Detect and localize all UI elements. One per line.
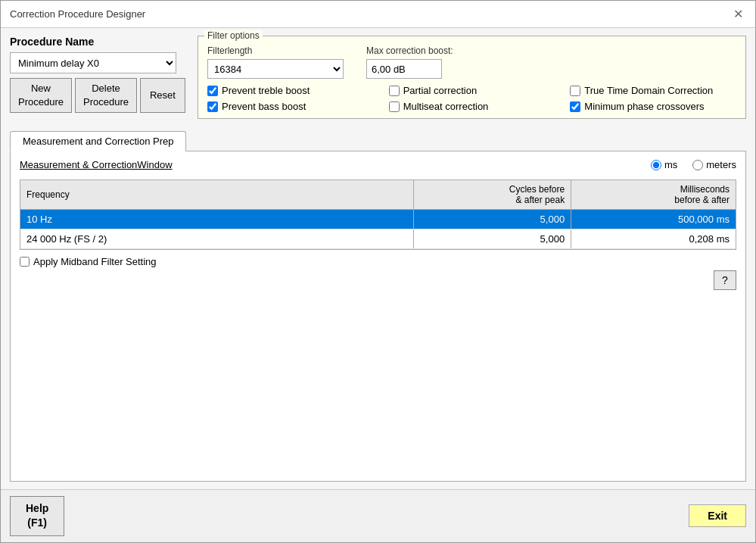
prevent-bass-checkbox[interactable] bbox=[207, 101, 218, 112]
max-correction-label: Max correction boost: bbox=[366, 45, 453, 56]
radio-meters[interactable] bbox=[692, 160, 703, 170]
tab-bar: Measurement and Correction Prep bbox=[10, 131, 746, 151]
th-milliseconds: Millisecondsbefore & after bbox=[571, 180, 736, 210]
table-container: Frequency Cycles before& after peak Mill… bbox=[20, 179, 736, 250]
apply-midband-checkbox[interactable] bbox=[20, 257, 30, 267]
partial-correction-checkbox-item[interactable]: Partial correction bbox=[389, 85, 555, 96]
cell-ms-0: 500,000 ms bbox=[571, 210, 736, 229]
procedure-name-section: Procedure Name Minimum delay X0 New Proc… bbox=[10, 36, 185, 119]
partial-correction-label: Partial correction bbox=[403, 85, 478, 96]
tab-content: Measurement & CorrectionWindow ms meters bbox=[10, 151, 746, 482]
footer: Help (F1) Exit bbox=[1, 489, 755, 542]
min-phase-checkbox-item[interactable]: Minimum phase crossovers bbox=[570, 101, 736, 112]
table-header-row: Frequency Cycles before& after peak Mill… bbox=[20, 180, 736, 210]
reset-button[interactable]: Reset bbox=[140, 78, 185, 113]
close-button[interactable]: ✕ bbox=[730, 7, 746, 21]
correction-window-link[interactable]: Measurement & CorrectionWindow bbox=[20, 159, 173, 170]
data-table: Frequency Cycles before& after peak Mill… bbox=[20, 180, 736, 249]
multiseat-checkbox[interactable] bbox=[389, 101, 400, 112]
max-correction-col: Max correction boost: bbox=[366, 45, 453, 79]
true-time-domain-checkbox[interactable] bbox=[570, 86, 580, 96]
multiseat-checkbox-item[interactable]: Multiseat correction bbox=[389, 101, 555, 112]
prevent-bass-checkbox-item[interactable]: Prevent bass boost bbox=[207, 101, 374, 112]
radio-meters-item[interactable]: meters bbox=[692, 159, 736, 170]
bottom-right-area: ? bbox=[20, 267, 736, 290]
filter-options-section: Filter options Filterlength 16384 Max co… bbox=[198, 36, 746, 119]
radio-meters-label: meters bbox=[706, 159, 736, 170]
cell-frequency-1: 24 000 Hz (FS / 2) bbox=[20, 229, 414, 249]
procedure-buttons: New Procedure Delete Procedure Reset bbox=[10, 78, 185, 113]
th-cycles: Cycles before& after peak bbox=[414, 180, 571, 210]
prevent-treble-checkbox-item[interactable]: Prevent treble boost bbox=[207, 85, 374, 96]
table-row[interactable]: 10 Hz 5,000 500,000 ms bbox=[20, 210, 736, 229]
top-section: Procedure Name Minimum delay X0 New Proc… bbox=[10, 36, 746, 119]
help-button[interactable]: Help (F1) bbox=[10, 496, 64, 536]
true-time-domain-label: True Time Domain Correction bbox=[584, 85, 713, 96]
radio-ms-item[interactable]: ms bbox=[651, 159, 677, 170]
min-phase-label: Minimum phase crossovers bbox=[584, 101, 704, 112]
cell-frequency-0: 10 Hz bbox=[20, 210, 414, 229]
radio-group: ms meters bbox=[651, 159, 736, 170]
apply-midband-row[interactable]: Apply Midband Filter Setting bbox=[20, 256, 736, 267]
cell-ms-1: 0,208 ms bbox=[571, 229, 736, 249]
correction-window-row: Measurement & CorrectionWindow ms meters bbox=[20, 159, 736, 170]
title-bar: Correction Procedure Designer ✕ bbox=[1, 1, 755, 28]
prevent-bass-label: Prevent bass boost bbox=[222, 101, 306, 112]
radio-ms-label: ms bbox=[664, 159, 677, 170]
filter-options-legend: Filter options bbox=[204, 30, 263, 41]
filterlength-select[interactable]: 16384 bbox=[207, 59, 344, 79]
filter-row1: Filterlength 16384 Max correction boost: bbox=[207, 45, 736, 79]
table-row[interactable]: 24 000 Hz (FS / 2) 5,000 0,208 ms bbox=[20, 229, 736, 249]
filter-checkboxes: Prevent treble boost Partial correction … bbox=[207, 85, 736, 112]
content-area: Procedure Name Minimum delay X0 New Proc… bbox=[1, 28, 755, 489]
prevent-treble-label: Prevent treble boost bbox=[222, 85, 310, 96]
partial-correction-checkbox[interactable] bbox=[389, 86, 400, 96]
procedure-name-label: Procedure Name bbox=[10, 36, 185, 48]
question-button[interactable]: ? bbox=[714, 270, 736, 290]
cell-cycles-0: 5,000 bbox=[414, 210, 571, 229]
cell-cycles-1: 5,000 bbox=[414, 229, 571, 249]
filterlength-col: Filterlength 16384 bbox=[207, 45, 344, 79]
tab-section: Measurement and Correction Prep Measurem… bbox=[10, 131, 746, 482]
tab-measurement[interactable]: Measurement and Correction Prep bbox=[10, 131, 186, 151]
exit-button[interactable]: Exit bbox=[689, 504, 746, 527]
prevent-treble-checkbox[interactable] bbox=[207, 86, 218, 96]
new-procedure-button[interactable]: New Procedure bbox=[10, 78, 72, 113]
window-title: Correction Procedure Designer bbox=[10, 8, 145, 20]
multiseat-label: Multiseat correction bbox=[403, 101, 489, 112]
true-time-domain-checkbox-item[interactable]: True Time Domain Correction bbox=[570, 85, 736, 96]
filterlength-label: Filterlength bbox=[207, 45, 344, 56]
main-window: Correction Procedure Designer ✕ Procedur… bbox=[0, 0, 756, 543]
delete-procedure-button[interactable]: Delete Procedure bbox=[75, 78, 137, 113]
min-phase-checkbox[interactable] bbox=[570, 101, 580, 112]
apply-midband-label: Apply Midband Filter Setting bbox=[33, 256, 157, 267]
radio-ms[interactable] bbox=[651, 160, 661, 170]
max-correction-input[interactable] bbox=[366, 59, 442, 79]
th-frequency: Frequency bbox=[20, 180, 414, 210]
procedure-select[interactable]: Minimum delay X0 bbox=[10, 52, 176, 73]
